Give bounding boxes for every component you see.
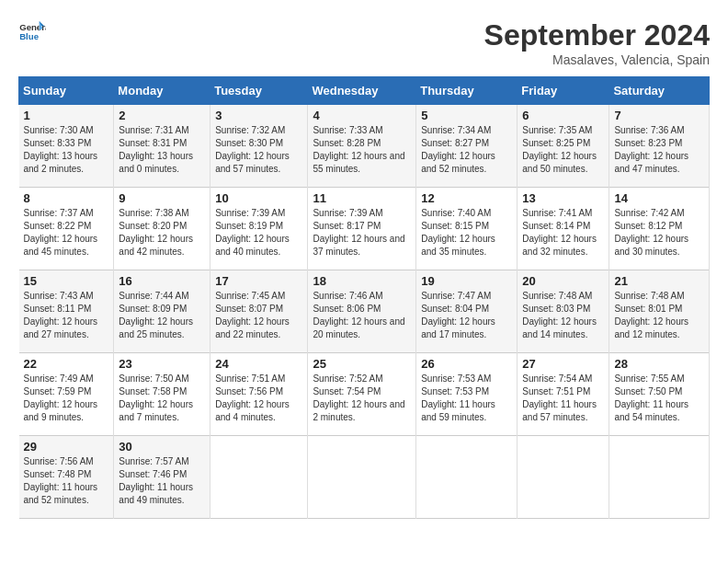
calendar-cell: 22 Sunrise: 7:49 AM Sunset: 7:59 PM Dayl… bbox=[19, 353, 114, 436]
calendar-cell bbox=[308, 436, 416, 519]
calendar-week-row: 22 Sunrise: 7:49 AM Sunset: 7:59 PM Dayl… bbox=[19, 353, 710, 436]
day-info: Sunrise: 7:49 AM Sunset: 7:59 PM Dayligh… bbox=[24, 373, 109, 424]
calendar-cell: 7 Sunrise: 7:36 AM Sunset: 8:23 PM Dayli… bbox=[609, 105, 710, 188]
day-info: Sunrise: 7:30 AM Sunset: 8:33 PM Dayligh… bbox=[24, 124, 109, 176]
calendar-cell: 20 Sunrise: 7:48 AM Sunset: 8:03 PM Dayl… bbox=[518, 270, 609, 353]
calendar-cell: 6 Sunrise: 7:35 AM Sunset: 8:25 PM Dayli… bbox=[518, 105, 609, 188]
day-number: 7 bbox=[614, 109, 704, 122]
header-row: Sunday Monday Tuesday Wednesday Thursday… bbox=[19, 77, 710, 105]
day-number: 3 bbox=[215, 109, 302, 122]
calendar-cell: 5 Sunrise: 7:34 AM Sunset: 8:27 PM Dayli… bbox=[416, 105, 518, 188]
calendar-week-row: 8 Sunrise: 7:37 AM Sunset: 8:22 PM Dayli… bbox=[19, 188, 710, 270]
day-number: 11 bbox=[313, 191, 411, 205]
calendar-cell: 26 Sunrise: 7:53 AM Sunset: 7:53 PM Dayl… bbox=[416, 353, 518, 436]
calendar-cell bbox=[518, 436, 609, 519]
day-info: Sunrise: 7:44 AM Sunset: 8:09 PM Dayligh… bbox=[119, 290, 205, 341]
calendar-cell: 29 Sunrise: 7:56 AM Sunset: 7:48 PM Dayl… bbox=[19, 436, 114, 519]
calendar-body: 1 Sunrise: 7:30 AM Sunset: 8:33 PM Dayli… bbox=[19, 105, 710, 519]
calendar-cell: 2 Sunrise: 7:31 AM Sunset: 8:31 PM Dayli… bbox=[114, 105, 210, 188]
calendar-cell: 16 Sunrise: 7:44 AM Sunset: 8:09 PM Dayl… bbox=[114, 270, 210, 353]
calendar-header: Sunday Monday Tuesday Wednesday Thursday… bbox=[19, 77, 710, 105]
location: Masalaves, Valencia, Spain bbox=[484, 52, 710, 67]
calendar-cell: 21 Sunrise: 7:48 AM Sunset: 8:01 PM Dayl… bbox=[609, 270, 710, 353]
header-saturday: Saturday bbox=[609, 77, 710, 105]
day-info: Sunrise: 7:39 AM Sunset: 8:19 PM Dayligh… bbox=[215, 207, 302, 259]
calendar-cell: 13 Sunrise: 7:41 AM Sunset: 8:14 PM Dayl… bbox=[518, 188, 609, 270]
day-number: 18 bbox=[313, 274, 411, 288]
day-number: 16 bbox=[119, 274, 205, 288]
day-info: Sunrise: 7:51 AM Sunset: 7:56 PM Dayligh… bbox=[215, 373, 302, 424]
day-number: 26 bbox=[421, 357, 512, 371]
calendar-cell: 8 Sunrise: 7:37 AM Sunset: 8:22 PM Dayli… bbox=[19, 188, 114, 270]
calendar-cell: 10 Sunrise: 7:39 AM Sunset: 8:19 PM Dayl… bbox=[210, 188, 308, 270]
calendar-week-row: 15 Sunrise: 7:43 AM Sunset: 8:11 PM Dayl… bbox=[19, 270, 710, 353]
day-info: Sunrise: 7:48 AM Sunset: 8:03 PM Dayligh… bbox=[522, 290, 604, 341]
day-info: Sunrise: 7:39 AM Sunset: 8:17 PM Dayligh… bbox=[313, 207, 411, 259]
header-friday: Friday bbox=[518, 77, 609, 105]
day-number: 14 bbox=[614, 191, 704, 205]
day-number: 17 bbox=[215, 274, 302, 288]
day-number: 6 bbox=[522, 109, 604, 122]
day-number: 22 bbox=[24, 357, 109, 371]
day-number: 1 bbox=[24, 109, 109, 122]
header-sunday: Sunday bbox=[19, 77, 114, 105]
calendar-week-row: 29 Sunrise: 7:56 AM Sunset: 7:48 PM Dayl… bbox=[19, 436, 710, 519]
day-number: 2 bbox=[119, 109, 205, 122]
day-info: Sunrise: 7:47 AM Sunset: 8:04 PM Dayligh… bbox=[421, 290, 512, 341]
logo: General Blue bbox=[18, 18, 46, 46]
calendar-cell: 19 Sunrise: 7:47 AM Sunset: 8:04 PM Dayl… bbox=[416, 270, 518, 353]
day-info: Sunrise: 7:54 AM Sunset: 7:51 PM Dayligh… bbox=[522, 373, 604, 424]
day-info: Sunrise: 7:43 AM Sunset: 8:11 PM Dayligh… bbox=[24, 290, 109, 341]
header-tuesday: Tuesday bbox=[210, 77, 308, 105]
calendar-cell: 27 Sunrise: 7:54 AM Sunset: 7:51 PM Dayl… bbox=[518, 353, 609, 436]
day-info: Sunrise: 7:35 AM Sunset: 8:25 PM Dayligh… bbox=[522, 124, 604, 176]
day-info: Sunrise: 7:50 AM Sunset: 7:58 PM Dayligh… bbox=[119, 373, 205, 424]
day-info: Sunrise: 7:42 AM Sunset: 8:12 PM Dayligh… bbox=[614, 207, 704, 259]
day-info: Sunrise: 7:46 AM Sunset: 8:06 PM Dayligh… bbox=[313, 290, 411, 341]
day-info: Sunrise: 7:53 AM Sunset: 7:53 PM Dayligh… bbox=[421, 373, 512, 424]
page-header: General Blue September 2024 Masalaves, V… bbox=[18, 18, 710, 67]
calendar-week-row: 1 Sunrise: 7:30 AM Sunset: 8:33 PM Dayli… bbox=[19, 105, 710, 188]
calendar-cell: 30 Sunrise: 7:57 AM Sunset: 7:46 PM Dayl… bbox=[114, 436, 210, 519]
day-number: 21 bbox=[614, 274, 704, 288]
day-number: 19 bbox=[421, 274, 512, 288]
calendar-cell bbox=[416, 436, 518, 519]
day-info: Sunrise: 7:52 AM Sunset: 7:54 PM Dayligh… bbox=[313, 373, 411, 424]
day-number: 30 bbox=[119, 440, 205, 454]
day-info: Sunrise: 7:41 AM Sunset: 8:14 PM Dayligh… bbox=[522, 207, 604, 259]
day-number: 13 bbox=[522, 191, 604, 205]
day-number: 12 bbox=[421, 191, 512, 205]
calendar-cell: 12 Sunrise: 7:40 AM Sunset: 8:15 PM Dayl… bbox=[416, 188, 518, 270]
day-info: Sunrise: 7:45 AM Sunset: 8:07 PM Dayligh… bbox=[215, 290, 302, 341]
calendar-cell: 28 Sunrise: 7:55 AM Sunset: 7:50 PM Dayl… bbox=[609, 353, 710, 436]
calendar-cell: 23 Sunrise: 7:50 AM Sunset: 7:58 PM Dayl… bbox=[114, 353, 210, 436]
day-info: Sunrise: 7:40 AM Sunset: 8:15 PM Dayligh… bbox=[421, 207, 512, 259]
svg-text:Blue: Blue bbox=[19, 31, 39, 41]
day-number: 10 bbox=[215, 191, 302, 205]
day-info: Sunrise: 7:57 AM Sunset: 7:46 PM Dayligh… bbox=[119, 455, 205, 507]
day-number: 8 bbox=[24, 191, 109, 205]
calendar-cell: 17 Sunrise: 7:45 AM Sunset: 8:07 PM Dayl… bbox=[210, 270, 308, 353]
header-wednesday: Wednesday bbox=[308, 77, 416, 105]
day-number: 24 bbox=[215, 357, 302, 371]
day-number: 4 bbox=[313, 109, 411, 122]
day-info: Sunrise: 7:56 AM Sunset: 7:48 PM Dayligh… bbox=[24, 455, 109, 507]
day-info: Sunrise: 7:36 AM Sunset: 8:23 PM Dayligh… bbox=[614, 124, 704, 176]
day-number: 20 bbox=[522, 274, 604, 288]
day-number: 25 bbox=[313, 357, 411, 371]
calendar-cell: 3 Sunrise: 7:32 AM Sunset: 8:30 PM Dayli… bbox=[210, 105, 308, 188]
calendar-cell: 4 Sunrise: 7:33 AM Sunset: 8:28 PM Dayli… bbox=[308, 105, 416, 188]
header-monday: Monday bbox=[114, 77, 210, 105]
calendar-cell: 14 Sunrise: 7:42 AM Sunset: 8:12 PM Dayl… bbox=[609, 188, 710, 270]
logo-icon: General Blue bbox=[18, 18, 46, 46]
calendar-cell bbox=[210, 436, 308, 519]
calendar-cell: 24 Sunrise: 7:51 AM Sunset: 7:56 PM Dayl… bbox=[210, 353, 308, 436]
day-info: Sunrise: 7:38 AM Sunset: 8:20 PM Dayligh… bbox=[119, 207, 205, 259]
calendar-cell: 1 Sunrise: 7:30 AM Sunset: 8:33 PM Dayli… bbox=[19, 105, 114, 188]
calendar-cell: 15 Sunrise: 7:43 AM Sunset: 8:11 PM Dayl… bbox=[19, 270, 114, 353]
day-info: Sunrise: 7:31 AM Sunset: 8:31 PM Dayligh… bbox=[119, 124, 205, 176]
day-number: 29 bbox=[24, 440, 109, 454]
day-info: Sunrise: 7:55 AM Sunset: 7:50 PM Dayligh… bbox=[614, 373, 704, 424]
calendar-cell: 11 Sunrise: 7:39 AM Sunset: 8:17 PM Dayl… bbox=[308, 188, 416, 270]
header-thursday: Thursday bbox=[416, 77, 518, 105]
